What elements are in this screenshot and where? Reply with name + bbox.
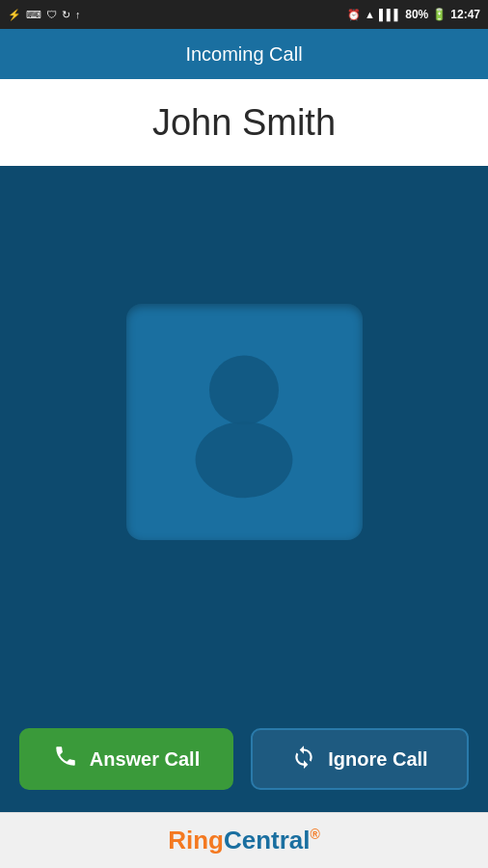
avatar: [126, 304, 363, 540]
call-area: [0, 166, 488, 706]
brand-registered: ®: [311, 827, 320, 842]
battery-icon: 🔋: [432, 8, 447, 21]
status-icons-left: ⚡ ⌨ 🛡 ↻ ↑: [8, 9, 81, 21]
ignore-icon: [291, 744, 316, 774]
ignore-call-button[interactable]: Ignore Call: [251, 728, 469, 790]
svg-point-0: [209, 356, 279, 425]
ignore-call-label: Ignore Call: [328, 748, 427, 771]
sync-icon: ↻: [62, 9, 70, 21]
brand-logo: RingCentral®: [168, 826, 320, 855]
security-icon: 🛡: [46, 9, 57, 20]
answer-call-label: Answer Call: [90, 748, 200, 771]
brand-ring: Ring: [168, 826, 224, 854]
upload-icon: ↑: [75, 9, 81, 20]
footer: RingCentral®: [0, 812, 488, 868]
buttons-section: Answer Call Ignore Call: [0, 706, 488, 812]
avatar-icon: [157, 335, 331, 508]
svg-point-1: [196, 421, 293, 498]
keyboard-icon: ⌨: [26, 9, 41, 21]
caller-section: John Smith: [0, 79, 488, 166]
alarm-icon: ⏰: [347, 9, 361, 21]
battery-percent: 80%: [405, 8, 428, 21]
status-bar: ⚡ ⌨ 🛡 ↻ ↑ ⏰ ▲ ▌▌▌ 80% 🔋 12:47: [0, 0, 488, 29]
wifi-icon: ▲: [365, 9, 375, 20]
usb-icon: ⚡: [8, 9, 21, 21]
caller-name: John Smith: [152, 102, 336, 144]
answer-call-button[interactable]: Answer Call: [19, 728, 233, 790]
phone-icon: [53, 744, 78, 774]
brand-central: Central: [224, 826, 311, 854]
status-icons-right: ⏰ ▲ ▌▌▌ 80% 🔋 12:47: [347, 8, 480, 21]
clock: 12:47: [450, 8, 480, 21]
page-title: Incoming Call: [185, 43, 302, 66]
signal-icon: ▌▌▌: [379, 9, 401, 20]
title-bar: Incoming Call: [0, 29, 488, 79]
